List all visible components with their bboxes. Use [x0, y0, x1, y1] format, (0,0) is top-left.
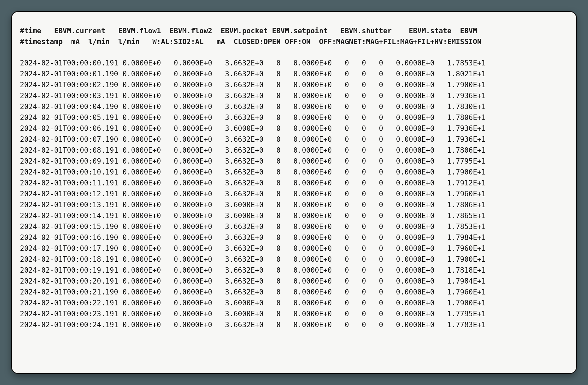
- table-row: 2024-02-01T00:00:09.191 0.0000E+0 0.0000…: [20, 156, 568, 167]
- table-row: 2024-02-01T00:00:23.191 0.0000E+0 0.0000…: [20, 308, 568, 319]
- log-panel: #time EBVM.current EBVM.flow1 EBVM.flow2…: [11, 11, 577, 374]
- table-row: 2024-02-01T00:00:17.190 0.0000E+0 0.0000…: [20, 243, 568, 254]
- table-row: 2024-02-01T00:00:20.191 0.0000E+0 0.0000…: [20, 276, 568, 287]
- table-row: 2024-02-01T00:00:08.191 0.0000E+0 0.0000…: [20, 145, 568, 156]
- table-row: 2024-02-01T00:00:03.191 0.0000E+0 0.0000…: [20, 90, 568, 101]
- table-row: 2024-02-01T00:00:14.191 0.0000E+0 0.0000…: [20, 210, 568, 221]
- table-row: 2024-02-01T00:00:11.191 0.0000E+0 0.0000…: [20, 178, 568, 188]
- table-row: 2024-02-01T00:00:19.191 0.0000E+0 0.0000…: [20, 265, 568, 276]
- table-row: 2024-02-01T00:00:24.191 0.0000E+0 0.0000…: [20, 319, 568, 330]
- table-row: 2024-02-01T00:00:00.191 0.0000E+0 0.0000…: [20, 58, 568, 68]
- table-row: 2024-02-01T00:00:05.191 0.0000E+0 0.0000…: [20, 112, 568, 123]
- table-row: 2024-02-01T00:00:04.190 0.0000E+0 0.0000…: [20, 101, 568, 112]
- data-table: 2024-02-01T00:00:00.191 0.0000E+0 0.0000…: [20, 58, 568, 330]
- header-line-1: #time EBVM.current EBVM.flow1 EBVM.flow2…: [20, 25, 568, 36]
- table-row: 2024-02-01T00:00:13.191 0.0000E+0 0.0000…: [20, 199, 568, 210]
- table-row: 2024-02-01T00:00:15.190 0.0000E+0 0.0000…: [20, 221, 568, 232]
- table-row: 2024-02-01T00:00:16.190 0.0000E+0 0.0000…: [20, 232, 568, 243]
- table-row: 2024-02-01T00:00:06.191 0.0000E+0 0.0000…: [20, 123, 568, 134]
- table-row: 2024-02-01T00:00:18.191 0.0000E+0 0.0000…: [20, 254, 568, 265]
- table-row: 2024-02-01T00:00:22.191 0.0000E+0 0.0000…: [20, 297, 568, 308]
- table-row: 2024-02-01T00:00:10.191 0.0000E+0 0.0000…: [20, 167, 568, 178]
- table-row: 2024-02-01T00:00:21.190 0.0000E+0 0.0000…: [20, 287, 568, 297]
- table-row: 2024-02-01T00:00:01.190 0.0000E+0 0.0000…: [20, 68, 568, 79]
- header-line-2: #timestamp mA l/min l/min W:AL:SIO2:AL m…: [20, 36, 568, 47]
- table-row: 2024-02-01T00:00:07.190 0.0000E+0 0.0000…: [20, 134, 568, 145]
- table-row: 2024-02-01T00:00:02.190 0.0000E+0 0.0000…: [20, 79, 568, 90]
- table-row: 2024-02-01T00:00:12.191 0.0000E+0 0.0000…: [20, 188, 568, 199]
